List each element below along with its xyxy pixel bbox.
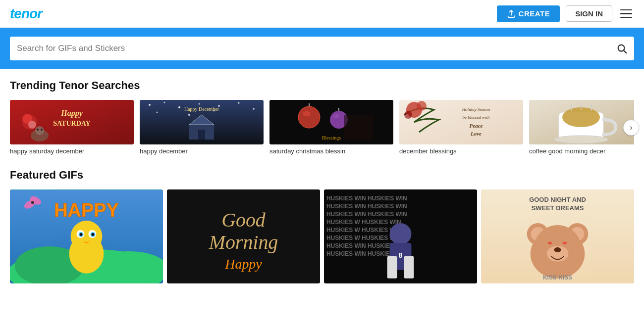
- featured-svg-2: Good Morning Happy: [167, 189, 320, 283]
- trending-item-3[interactable]: Blessings saturday christmas blessin: [269, 100, 393, 155]
- trending-img-svg-2: Happy December: [140, 100, 264, 144]
- trending-next-button[interactable]: ›: [623, 120, 639, 136]
- featured-item-3[interactable]: HUSKIES WIN HUSKIES WIN HUSKIES WIN HUSK…: [324, 189, 477, 283]
- featured-svg-3: HUSKIES WIN HUSKIES WIN HUSKIES WIN HUSK…: [324, 189, 477, 283]
- svg-text:Morning: Morning: [209, 231, 278, 253]
- hamburger-line-3: [620, 17, 632, 18]
- svg-point-65: [31, 201, 34, 204]
- trending-scroll-wrapper: Happy SATURDAY: [10, 100, 634, 155]
- trending-section: Trending Tenor Searches: [10, 79, 634, 155]
- svg-point-18: [238, 102, 240, 104]
- featured-item-4[interactable]: GOOD NIGHT AND SWEET DREAMS: [481, 189, 634, 283]
- svg-text:8: 8: [399, 251, 403, 259]
- trending-item-2[interactable]: Happy December happy december: [140, 100, 264, 155]
- svg-rect-82: [404, 256, 414, 279]
- svg-point-21: [188, 114, 190, 116]
- svg-point-49: [554, 136, 608, 143]
- svg-text:Holiday Season: Holiday Season: [462, 107, 490, 112]
- hamburger-menu-button[interactable]: [618, 7, 634, 20]
- search-input[interactable]: [17, 37, 616, 60]
- svg-text:Love: Love: [470, 131, 482, 137]
- svg-point-14: [164, 102, 165, 103]
- trending-label-5: coffee good morning decer: [529, 147, 634, 155]
- svg-text:Blessings: Blessings: [322, 135, 341, 140]
- trending-img-svg-4: Holiday Season be blessed with Peace Lov…: [399, 100, 523, 144]
- svg-text:HUSKIES W      HUSKIES WIN: HUSKIES W HUSKIES WIN: [326, 219, 401, 226]
- svg-text:HAPPY: HAPPY: [54, 200, 118, 221]
- svg-text:SATURDAY: SATURDAY: [53, 120, 90, 127]
- featured-item-2[interactable]: Good Morning Happy: [167, 189, 320, 283]
- trending-item-4[interactable]: Holiday Season be blessed with Peace Lov…: [399, 100, 523, 155]
- svg-rect-25: [198, 130, 205, 140]
- svg-point-31: [303, 111, 311, 116]
- svg-line-1: [624, 51, 627, 53]
- search-icon: [616, 43, 627, 54]
- svg-point-9: [35, 126, 44, 135]
- svg-text:Peace: Peace: [470, 123, 483, 129]
- upload-icon: [507, 9, 516, 18]
- logo[interactable]: tenor: [10, 6, 42, 22]
- svg-point-40: [417, 101, 427, 111]
- svg-rect-36: [344, 115, 374, 140]
- trending-label-3: saturday christmas blessin: [269, 147, 393, 155]
- featured-grid: HAPPY: [10, 189, 634, 283]
- svg-text:HUSKIES WIN  HUSKIES WIN: HUSKIES WIN HUSKIES WIN: [326, 203, 407, 210]
- svg-point-34: [333, 114, 339, 118]
- hamburger-line-1: [620, 9, 632, 11]
- svg-text:KISS  KISS: KISS KISS: [543, 274, 572, 281]
- main-content: Trending Tenor Searches: [0, 69, 644, 283]
- svg-rect-81: [387, 256, 397, 279]
- header: tenor CREATE SIGN IN: [0, 0, 644, 28]
- svg-point-48: [562, 107, 600, 127]
- svg-point-94: [554, 247, 561, 252]
- svg-text:GOOD NIGHT AND: GOOD NIGHT AND: [529, 196, 586, 203]
- svg-point-7: [28, 121, 36, 129]
- svg-text:Good: Good: [221, 209, 266, 231]
- svg-point-62: [91, 233, 94, 236]
- trending-img-3: Blessings: [269, 100, 393, 144]
- trending-list: Happy SATURDAY: [10, 100, 634, 155]
- svg-point-0: [618, 45, 625, 51]
- trending-img-svg-5: [529, 100, 634, 144]
- svg-point-41: [404, 111, 412, 119]
- header-right: CREATE SIGN IN: [497, 5, 634, 22]
- trending-img-5: [529, 100, 634, 144]
- svg-point-11: [41, 129, 43, 131]
- featured-img-1: HAPPY: [10, 189, 163, 283]
- featured-title: Featured GIFs: [10, 169, 634, 182]
- svg-point-56: [71, 221, 103, 252]
- sign-in-button[interactable]: SIGN IN: [566, 5, 612, 22]
- search-bar-inner: [10, 37, 634, 60]
- trending-label-1: happy saturday december: [10, 147, 134, 155]
- trending-title: Trending Tenor Searches: [10, 79, 634, 92]
- search-bar-container: [0, 28, 644, 69]
- featured-svg-4: GOOD NIGHT AND SWEET DREAMS: [481, 189, 634, 283]
- trending-label-2: happy december: [140, 147, 264, 155]
- svg-point-19: [253, 108, 255, 110]
- search-button[interactable]: [616, 43, 627, 54]
- svg-text:HUSKIES WIN  HUSKIES WIN: HUSKIES WIN HUSKIES WIN: [326, 211, 407, 218]
- svg-point-16: [199, 103, 200, 105]
- trending-img-svg-3: Blessings: [269, 100, 393, 144]
- svg-point-20: [157, 112, 158, 113]
- trending-item-5[interactable]: coffee good morning decer: [529, 100, 634, 155]
- svg-text:SWEET DREAMS: SWEET DREAMS: [532, 204, 584, 212]
- featured-svg-1: HAPPY: [10, 189, 163, 283]
- create-button[interactable]: CREATE: [497, 5, 560, 22]
- featured-img-4: GOOD NIGHT AND SWEET DREAMS: [481, 189, 634, 283]
- svg-point-15: [178, 106, 180, 108]
- svg-text:HUSKIES WIN  HUSKIES WIN: HUSKIES WIN HUSKIES WIN: [326, 195, 407, 202]
- svg-text:be blessed with: be blessed with: [463, 115, 490, 120]
- svg-point-13: [149, 104, 151, 106]
- featured-img-2: Good Morning Happy: [167, 189, 320, 283]
- svg-text:Happy: Happy: [60, 109, 83, 118]
- svg-text:Happy: Happy: [224, 256, 262, 272]
- featured-section: Featured GIFs: [10, 169, 634, 283]
- trending-img-svg-1: Happy SATURDAY: [10, 100, 134, 144]
- trending-img-1: Happy SATURDAY: [10, 100, 134, 144]
- trending-img-4: Holiday Season be blessed with Peace Lov…: [399, 100, 523, 144]
- trending-item-1[interactable]: Happy SATURDAY: [10, 100, 134, 155]
- svg-text:Happy December: Happy December: [184, 106, 219, 112]
- featured-item-1[interactable]: HAPPY: [10, 189, 163, 283]
- svg-point-10: [37, 129, 39, 131]
